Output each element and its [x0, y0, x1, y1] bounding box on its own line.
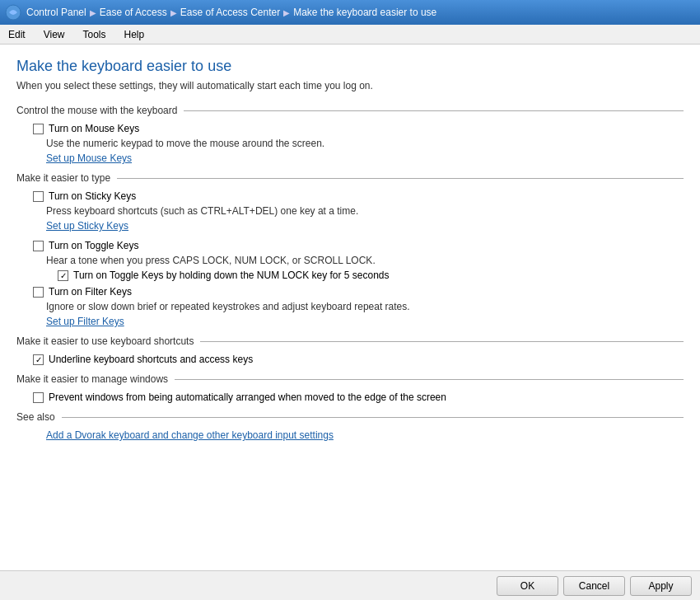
checkbox-mouse-keys[interactable] — [33, 124, 44, 134]
breadcrumb-item-0[interactable]: Control Panel — [26, 7, 86, 18]
desc-mouse-keys: Use the numeric keypad to move the mouse… — [46, 138, 684, 149]
menu-help[interactable]: Help — [119, 27, 150, 42]
label-mouse-keys: Turn on Mouse Keys — [49, 123, 139, 134]
section-see-also: See also Add a Dvorak keyboard and chang… — [0, 411, 684, 441]
option-row-filter-keys: Turn on Filter Keys — [33, 286, 684, 298]
section-header-see-also: See also — [16, 411, 684, 423]
section-divider-windows — [175, 379, 684, 380]
checkbox-filter-keys[interactable] — [33, 287, 44, 298]
label-prevent-arrange: Prevent windows from being automatically… — [49, 391, 446, 403]
link-sticky-keys[interactable]: Set up Sticky Keys — [46, 220, 684, 232]
label-filter-keys: Turn on Filter Keys — [49, 286, 132, 298]
section-divider-mouse — [184, 110, 684, 111]
label-toggle-keys: Turn on Toggle Keys — [49, 240, 138, 251]
breadcrumb-sep-0: ▶ — [90, 8, 96, 17]
apply-button[interactable]: Apply — [630, 576, 692, 596]
checkbox-sticky-keys[interactable] — [33, 191, 44, 202]
title-bar: Control Panel ▶ Ease of Access ▶ Ease of… — [0, 0, 700, 25]
content-area: Make the keyboard easier to use When you… — [0, 45, 700, 570]
checkbox-underline-keys[interactable] — [33, 354, 44, 365]
breadcrumb-item-3[interactable]: Make the keyboard easier to use — [293, 7, 436, 18]
window-icon — [5, 4, 21, 21]
ok-button[interactable]: OK — [497, 576, 558, 596]
page-title: Make the keyboard easier to use — [16, 58, 684, 75]
desc-filter-keys: Ignore or slow down brief or repeated ke… — [46, 301, 684, 312]
breadcrumb: Control Panel ▶ Ease of Access ▶ Ease of… — [26, 7, 436, 18]
menu-bar: Edit View Tools Help — [0, 25, 700, 45]
section-divider-shortcuts — [200, 341, 684, 342]
breadcrumb-sep-1: ▶ — [170, 8, 177, 17]
section-header-mouse: Control the mouse with the keyboard — [16, 105, 684, 116]
menu-view[interactable]: View — [39, 27, 70, 42]
checkbox-toggle-hold[interactable] — [58, 270, 68, 281]
section-windows: Make it easier to manage windows Prevent… — [0, 373, 684, 403]
section-type: Make it easier to type Turn on Sticky Ke… — [0, 172, 684, 327]
breadcrumb-sep-2: ▶ — [283, 8, 290, 17]
option-row-mouse-keys: Turn on Mouse Keys — [33, 123, 684, 134]
section-label-windows: Make it easier to manage windows — [16, 373, 168, 385]
breadcrumb-item-2[interactable]: Ease of Access Center — [180, 7, 280, 18]
section-divider-see-also — [62, 417, 684, 418]
option-row-underline-keys: Underline keyboard shortcuts and access … — [33, 354, 684, 365]
label-sticky-keys: Turn on Sticky Keys — [49, 190, 136, 202]
option-row-sticky-keys: Turn on Sticky Keys — [33, 190, 684, 202]
checkbox-prevent-arrange[interactable] — [33, 392, 44, 403]
label-toggle-hold: Turn on Toggle Keys by holding down the … — [73, 270, 390, 281]
menu-tools[interactable]: Tools — [77, 27, 110, 42]
section-header-windows: Make it easier to manage windows — [16, 373, 684, 385]
page-subtitle: When you select these settings, they wil… — [16, 80, 684, 91]
cancel-button[interactable]: Cancel — [563, 576, 625, 596]
section-label-type: Make it easier to type — [16, 172, 110, 184]
label-underline-keys: Underline keyboard shortcuts and access … — [49, 354, 253, 365]
desc-toggle-keys: Hear a tone when you press CAPS LOCK, NU… — [46, 255, 684, 266]
section-label-see-also: See also — [16, 411, 55, 423]
link-mouse-keys[interactable]: Set up Mouse Keys — [46, 152, 684, 164]
checkbox-toggle-keys[interactable] — [33, 241, 44, 251]
link-filter-keys[interactable]: Set up Filter Keys — [46, 316, 684, 327]
desc-sticky-keys: Press keyboard shortcuts (such as CTRL+A… — [46, 205, 684, 217]
section-shortcuts: Make it easier to use keyboard shortcuts… — [0, 335, 684, 365]
bottom-bar: OK Cancel Apply — [0, 570, 700, 600]
option-row-toggle-keys: Turn on Toggle Keys — [33, 240, 684, 251]
option-row-prevent-arrange: Prevent windows from being automatically… — [33, 391, 684, 403]
sub-option-row-toggle-hold: Turn on Toggle Keys by holding down the … — [58, 270, 684, 281]
section-header-type: Make it easier to type — [16, 172, 684, 184]
breadcrumb-item-1[interactable]: Ease of Access — [100, 7, 167, 18]
link-dvorak[interactable]: Add a Dvorak keyboard and change other k… — [46, 429, 684, 441]
section-label-mouse: Control the mouse with the keyboard — [16, 105, 177, 116]
section-label-shortcuts: Make it easier to use keyboard shortcuts — [16, 335, 194, 347]
section-divider-type — [117, 178, 684, 179]
menu-edit[interactable]: Edit — [3, 27, 30, 42]
section-mouse: Control the mouse with the keyboard Turn… — [0, 105, 684, 164]
section-header-shortcuts: Make it easier to use keyboard shortcuts — [16, 335, 684, 347]
